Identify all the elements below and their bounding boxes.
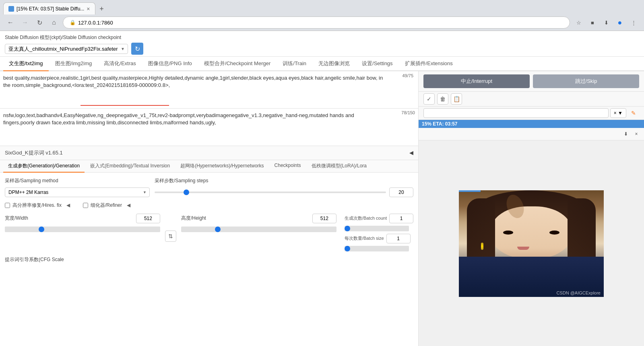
tab-gallery[interactable]: 无边图像浏览: [313, 57, 355, 71]
sampling-steps-slider[interactable]: [155, 192, 386, 193]
refiner-checkbox[interactable]: [83, 203, 88, 208]
page-content: Stable Diffusion 模型(ckpt)/Stable Diffusi…: [0, 31, 644, 346]
trash-btn[interactable]: 🗑: [437, 93, 448, 105]
reload-btn[interactable]: ↻: [34, 17, 45, 28]
height-slider[interactable]: [181, 227, 336, 232]
controls-area: 采样器/Sampling method DPM++ 2M Karras 采样步数…: [0, 173, 418, 346]
image-toolbar: ⬇ ×: [419, 128, 644, 140]
tab-close-btn[interactable]: ×: [87, 6, 90, 12]
batch-size-label: 每次数量/Batch size: [345, 235, 384, 241]
forward-btn[interactable]: →: [19, 17, 31, 28]
sub-tab-lora[interactable]: 低秩微调模型(LoRA)/Lora: [307, 160, 372, 173]
sampling-method-label: 采样器/Sampling method: [5, 177, 150, 184]
image-area: CSDN @AIGCExplore: [419, 140, 644, 346]
tab-txt2img[interactable]: 文生图/txt2img: [3, 57, 49, 71]
tab-img2img[interactable]: 图生图/img2img: [50, 57, 98, 71]
batch-count-label: 生成次数/Batch count: [345, 215, 387, 221]
sub-tab-generation[interactable]: 生成参数(Generation)/Generation: [3, 160, 85, 173]
positive-prompt-input[interactable]: [0, 71, 418, 107]
model-selector-row: 亚太真人_chilloutmix_NiPrunedFp32Fix.safeter…: [5, 43, 639, 55]
browser-chrome: [15% ETA: 03:57] Stable Diffu... × + ← →…: [0, 0, 644, 31]
batch-count-slider[interactable]: [345, 226, 409, 231]
negative-token-count: 78/150: [401, 110, 415, 115]
sub-tab-hypernetworks[interactable]: 超网络(Hypernetworks)/Hypernetworks: [175, 160, 268, 173]
action-buttons-row: 中止/Interrupt 跳过/Skip: [419, 71, 644, 92]
profile-btn[interactable]: ●: [614, 17, 625, 28]
sampling-steps-row: [155, 187, 413, 197]
positive-token-count: 49/75: [400, 73, 415, 78]
active-tab[interactable]: [15% ETA: 03:57] Stable Diffu... ×: [3, 2, 95, 14]
tab-bar: [15% ETA: 03:57] Stable Diffu... × +: [0, 0, 644, 14]
interrupt-btn[interactable]: 中止/Interrupt: [423, 74, 530, 88]
sub-tabs: 生成参数(Generation)/Generation 嵌入式(Embeddin…: [0, 160, 418, 173]
width-label: 宽度/Width: [5, 215, 53, 222]
tab-settings[interactable]: 设置/Settings: [356, 57, 398, 71]
height-input[interactable]: [312, 214, 336, 223]
tab-checkpoint-merger[interactable]: 模型合并/Checkpoint Merger: [198, 57, 276, 71]
home-btn[interactable]: ⌂: [48, 17, 60, 28]
tab-train[interactable]: 训练/Train: [277, 57, 312, 71]
accordion-bar[interactable]: SixGod_K提示词 v1.65.1 ◀: [0, 146, 418, 160]
sampling-steps-label: 采样步数/Sampling steps: [155, 177, 413, 184]
style-dropdown-btn[interactable]: × ▼: [610, 108, 626, 118]
url-text: 127.0.0.1:7860: [78, 20, 113, 26]
menu-btn[interactable]: ⋮: [628, 17, 639, 28]
refiner-label: 细化器/Refiner: [91, 202, 122, 209]
sampling-steps-input[interactable]: [389, 187, 413, 197]
image-progress-overlay: [459, 190, 481, 192]
tab-extensions[interactable]: 扩展插件/Extensions: [399, 57, 458, 71]
refiner-arrow-icon: ◀: [127, 202, 130, 208]
batch-controls: 生成次数/Batch count 每次数量/Batch size: [341, 214, 413, 251]
tick-btn[interactable]: ✓: [423, 93, 435, 105]
star-btn[interactable]: ☆: [573, 17, 584, 28]
hires-arrow-icon: ◀: [66, 202, 70, 208]
height-label: 高度/Height: [181, 215, 229, 222]
sd-header: Stable Diffusion 模型(ckpt)/Stable Diffusi…: [0, 31, 644, 57]
width-slider[interactable]: [5, 227, 160, 232]
swap-dimensions-btn[interactable]: ⇅: [165, 231, 176, 242]
download-btn[interactable]: ⬇: [601, 17, 612, 28]
tab-extras[interactable]: 高清化/Extras: [98, 57, 141, 71]
right-panel: 中止/Interrupt 跳过/Skip ✓ 🗑 📋 × ▼ ✎ 15% ETA…: [419, 71, 644, 346]
new-tab-btn[interactable]: +: [96, 3, 107, 14]
style-input-row: × ▼ ✎: [419, 107, 644, 120]
batch-count-row: 生成次数/Batch count: [345, 214, 413, 223]
url-bar[interactable]: 🔒 127.0.0.1:7860: [63, 16, 570, 29]
progress-label: 15% ETA: 03:57: [422, 121, 457, 127]
back-btn[interactable]: ←: [5, 17, 16, 28]
batch-size-row: 每次数量/Batch size: [345, 234, 413, 243]
left-panel: 49/75 78/150 SixGod_K提示词 v1.65.1 ◀ 生成参数(…: [0, 71, 419, 346]
image-download-btn[interactable]: ⬇: [621, 130, 630, 138]
clipboard-btn[interactable]: 📋: [451, 93, 462, 105]
sampling-method-select[interactable]: DPM++ 2M Karras: [5, 187, 150, 197]
batch-size-slider[interactable]: [345, 246, 409, 251]
negative-prompt-input[interactable]: [0, 109, 418, 144]
accordion-label: SixGod_K提示词 v1.65.1: [5, 149, 63, 157]
hires-refiner-row: 高分辨率修复/Hires. fix ◀ 细化器/Refiner ◀: [5, 202, 413, 209]
refiner-checkbox-label[interactable]: 细化器/Refiner: [83, 202, 122, 209]
sampling-method-wrapper[interactable]: DPM++ 2M Karras: [5, 187, 150, 197]
model-refresh-btn[interactable]: ↻: [131, 43, 143, 55]
main-layout: 49/75 78/150 SixGod_K提示词 v1.65.1 ◀ 生成参数(…: [0, 71, 644, 346]
extensions-btn[interactable]: ■: [587, 17, 598, 28]
accordion-arrow-icon: ◀: [409, 150, 413, 156]
hires-fix-label: 高分辨率修复/Hires. fix: [12, 202, 62, 209]
width-input[interactable]: [136, 214, 160, 223]
sub-tab-checkpoints[interactable]: Checkpoints: [270, 160, 306, 173]
hires-fix-checkbox[interactable]: [5, 203, 10, 208]
skip-btn[interactable]: 跳过/Skip: [533, 74, 639, 88]
image-close-btn[interactable]: ×: [632, 130, 641, 138]
batch-count-input[interactable]: [389, 214, 413, 223]
model-label: Stable Diffusion 模型(ckpt)/Stable Diffusi…: [5, 34, 639, 41]
positive-prompt-area: 49/75: [0, 71, 418, 109]
sub-tab-embedding[interactable]: 嵌入式(Embedding)/Textual Inversion: [85, 160, 175, 173]
model-dropdown[interactable]: 亚太真人_chilloutmix_NiPrunedFp32Fix.safeter: [5, 44, 128, 54]
lock-icon: 🔒: [70, 20, 76, 25]
style-input[interactable]: [423, 108, 609, 118]
watermark: CSDN @AIGCExplore: [556, 290, 601, 295]
tab-png-info[interactable]: 图像信息/PNG Info: [142, 57, 198, 71]
model-dropdown-wrapper[interactable]: 亚太真人_chilloutmix_NiPrunedFp32Fix.safeter: [5, 44, 128, 54]
style-edit-btn[interactable]: ✎: [628, 108, 639, 118]
hires-fix-checkbox-label[interactable]: 高分辨率修复/Hires. fix: [5, 202, 62, 209]
batch-size-input[interactable]: [386, 234, 411, 243]
